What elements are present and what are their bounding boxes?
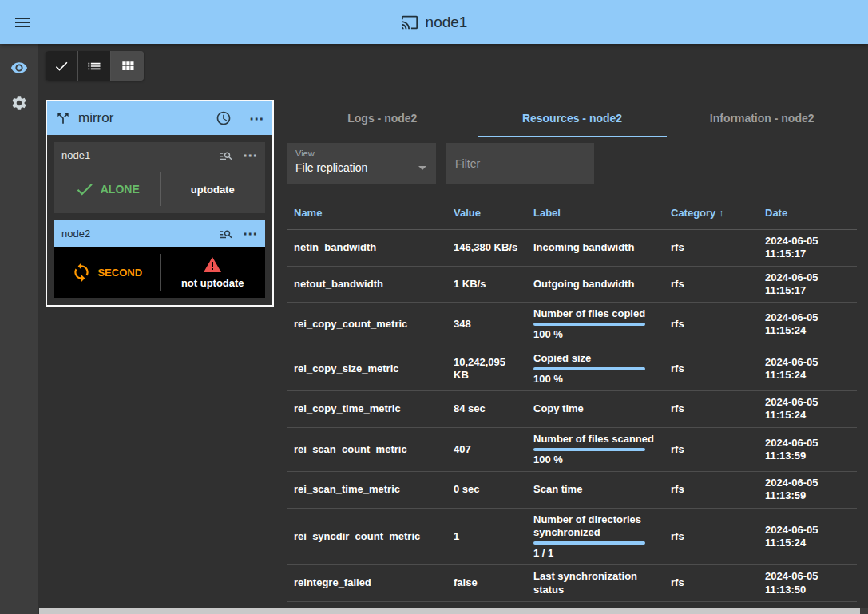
resources-table-body: netin_bandwidth 146,380 KB/s Incoming ba…: [287, 230, 857, 602]
grid-view-button[interactable]: [111, 51, 144, 81]
cell-date: 2024-06-05 11:13:59: [759, 427, 857, 472]
node2-header: node2 ⋯: [54, 220, 265, 247]
node2-search-button[interactable]: [219, 227, 233, 241]
cell-name: rei_scan_count_metric: [287, 427, 447, 472]
progress-bar: [533, 323, 645, 326]
content-row: mirror ⋯: [0, 44, 868, 614]
progress-indicator: 1 / 1: [533, 541, 658, 560]
cell-value: 348: [447, 303, 527, 347]
view-select-label: View: [295, 149, 428, 158]
cell-label: Copy time: [527, 391, 664, 428]
history-button[interactable]: [216, 110, 232, 126]
cell-name: rei_scan_time_metric: [287, 472, 447, 509]
cell-date: 2024-06-05 11:15:24: [759, 347, 857, 391]
view-select[interactable]: View File replication: [287, 143, 436, 184]
eye-icon: [10, 59, 28, 77]
rail-monitor-button[interactable]: [10, 59, 28, 77]
cell-category: rfs: [664, 303, 759, 347]
node-card-node1: node1 ⋯: [54, 142, 265, 213]
cell-category: rfs: [664, 427, 759, 472]
cell-name: rei_copy_count_metric: [287, 303, 447, 347]
cluster-card-body: node1 ⋯: [47, 135, 272, 305]
node2-status: SECOND not uptodate: [54, 247, 265, 298]
cell-date: 2024-06-05 11:15:24: [759, 391, 857, 428]
cell-date: 2024-06-05 11:13:50: [759, 565, 857, 602]
column-header-date[interactable]: Date: [759, 196, 857, 230]
cell-label: Number of directories synchronized 1 / 1: [527, 508, 664, 565]
view-toggle-group: [46, 51, 144, 81]
cell-value: 1: [447, 508, 527, 565]
node1-sync-state: uptodate: [161, 165, 266, 213]
cluster-card-mirror: mirror ⋯: [46, 100, 274, 307]
tab-resources[interactable]: Resources - node2: [478, 100, 668, 137]
view-select-value: File replication: [295, 161, 367, 174]
cell-name: netin_bandwidth: [287, 230, 447, 267]
more-icon: ⋯: [243, 148, 258, 163]
cell-category: rfs: [664, 391, 759, 428]
tab-information[interactable]: Information - node2: [667, 100, 857, 137]
check-view-button[interactable]: [46, 51, 78, 81]
node1-search-button[interactable]: [219, 149, 233, 163]
tab-logs[interactable]: Logs - node2: [287, 100, 478, 137]
resources-table: Name Value Label Category↑ Date netin_ba…: [287, 196, 857, 602]
app-header: node1: [0, 0, 868, 44]
cell-category: rfs: [664, 266, 759, 303]
cell-label: Outgoing bandwidth: [527, 266, 664, 303]
split-icon: [55, 110, 71, 126]
progress-value: 1 / 1: [533, 547, 658, 560]
table-row: netout_bandwidth 1 KB/s Outgoing bandwid…: [287, 266, 857, 303]
node-state-label: SECOND: [97, 267, 142, 279]
scrollbar-thumb[interactable]: [39, 608, 860, 614]
resources-panel: Logs - node2 Resources - node2 Informati…: [287, 100, 857, 614]
progress-value: 100 %: [533, 373, 658, 386]
table-row: netin_bandwidth 146,380 KB/s Incoming ba…: [287, 230, 857, 267]
app-root: node1: [0, 0, 868, 614]
cell-label: Scan time: [527, 472, 664, 509]
main-column: mirror ⋯: [38, 44, 868, 614]
cell-name: rei_copy_time_metric: [287, 391, 447, 428]
rail-settings-button[interactable]: [10, 94, 28, 112]
cell-category: rfs: [664, 472, 759, 509]
toolbar: [38, 44, 868, 88]
sort-ascending-icon: ↑: [719, 208, 723, 219]
search-list-icon: [219, 149, 233, 163]
hamburger-icon: [13, 13, 32, 32]
metric-label: Incoming bandwidth: [533, 241, 658, 254]
column-header-category[interactable]: Category↑: [664, 196, 759, 230]
cell-date: 2024-06-05 11:15:17: [759, 230, 857, 267]
cell-date: 2024-06-05 11:15:24: [759, 508, 857, 565]
cell-name: netout_bandwidth: [287, 266, 447, 303]
table-row: rei_copy_count_metric 348 Number of file…: [287, 303, 857, 347]
progress-indicator: 100 %: [533, 323, 658, 341]
cell-value: 1 KB/s: [447, 266, 527, 303]
column-header-value[interactable]: Value: [447, 196, 527, 230]
metric-label: Number of directories synchronized: [533, 513, 658, 540]
column-header-category-text: Category: [671, 207, 715, 219]
progress-value: 100 %: [533, 328, 658, 341]
cluster-card-header: mirror ⋯: [47, 101, 272, 135]
node1-more-button[interactable]: ⋯: [243, 148, 258, 163]
table-row: reintegre_failed false Last synchronizat…: [287, 565, 857, 602]
column-header-label[interactable]: Label: [527, 196, 664, 230]
cell-name: reintegre_failed: [287, 565, 447, 602]
workspace: mirror ⋯: [38, 88, 868, 614]
node2-sync-state: not uptodate: [161, 247, 266, 298]
horizontal-scrollbar[interactable]: [39, 608, 868, 614]
cell-category: rfs: [664, 230, 759, 267]
metric-label: Copied size: [533, 352, 658, 365]
cluster-more-button[interactable]: ⋯: [249, 111, 264, 126]
column-header-name[interactable]: Name: [287, 196, 447, 230]
page-title-text: node1: [426, 14, 468, 31]
node2-more-button[interactable]: ⋯: [243, 226, 258, 241]
cell-category: rfs: [664, 508, 759, 565]
filter-input[interactable]: [446, 143, 594, 184]
node-name: node2: [61, 228, 209, 240]
menu-button[interactable]: [13, 13, 32, 32]
filter-row: View File replication: [287, 143, 857, 184]
cell-label: Last synchronization status: [527, 565, 664, 602]
cell-category: rfs: [664, 347, 759, 391]
progress-bar: [533, 367, 645, 370]
cell-date: 2024-06-05 11:13:59: [759, 472, 857, 509]
cell-value: 10,242,095 KB: [447, 347, 527, 391]
list-view-button[interactable]: [78, 51, 111, 81]
